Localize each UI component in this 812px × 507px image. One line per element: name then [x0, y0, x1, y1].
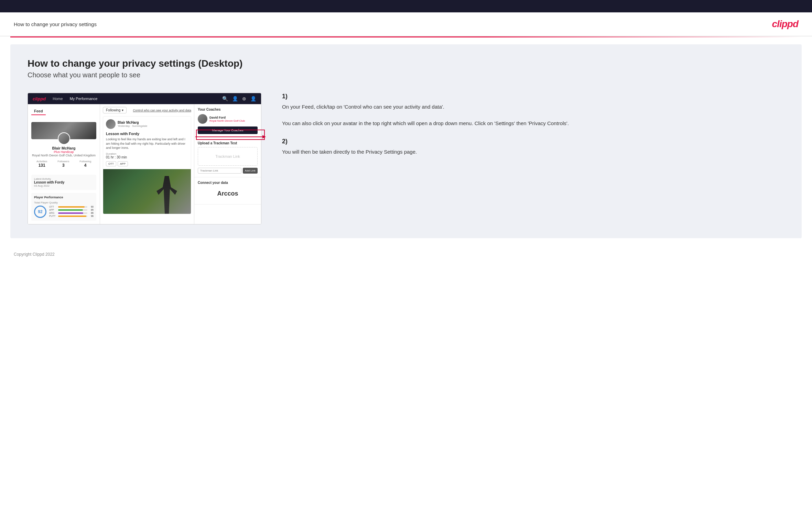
- coach-name: David Ford: [209, 116, 245, 119]
- connect-section: Connect your data Arccos: [194, 177, 261, 205]
- trackman-section: Upload a Trackman Test Trackman Link Add…: [194, 138, 261, 177]
- bar-arg: ARG 86: [49, 212, 94, 214]
- header-title: How to change your privacy settings: [14, 21, 97, 27]
- coaches-title: Your Coaches: [198, 108, 258, 111]
- post-title: Lesson with Fordy: [103, 132, 191, 136]
- coach-info: David Ford Royal North Devon Golf Club: [209, 116, 245, 122]
- bar-arg-track: [58, 212, 87, 214]
- app-nav-icons: 🔍 👤 ⊕ 👤: [222, 96, 256, 101]
- trackman-input[interactable]: [198, 168, 241, 174]
- stat-followers-value: 3: [57, 163, 69, 168]
- profile-badge: Plus Handicap: [31, 150, 96, 154]
- bar-arg-value: 86: [89, 212, 94, 214]
- post-author-info: Blair McHarg Yesterday · Sunningdale: [118, 121, 147, 128]
- golfer-silhouette: [156, 176, 177, 214]
- post-body: Looking to feel like my hands are exitin…: [103, 137, 191, 150]
- connect-title: Connect your data: [198, 181, 258, 185]
- bar-arg-label: ARG: [49, 212, 57, 214]
- add-link-button[interactable]: Add Link: [243, 168, 258, 174]
- app-screenshot: clippd Home My Performance 🔍 👤 ⊕ 👤 Feed: [28, 93, 261, 224]
- coach-row: David Ford Royal North Devon Golf Club: [198, 114, 258, 124]
- avatar-icon[interactable]: 👤: [250, 96, 256, 101]
- quality-label: Total Player Quality: [34, 201, 94, 204]
- instructions: 1) On your Feed, click/tap on 'Control w…: [275, 93, 784, 166]
- instruction-1-number: 1): [282, 93, 784, 100]
- bar-putt-value: 96: [89, 215, 94, 217]
- copyright: Copyright Clippd 2022: [14, 252, 55, 257]
- stat-activities: Activities 131: [36, 160, 47, 168]
- bar-ott-label: OTT: [49, 206, 57, 208]
- coach-avatar: [198, 114, 207, 124]
- duration-label: Duration: [106, 152, 188, 155]
- top-bar: [0, 0, 812, 12]
- instruction-1: 1) On your Feed, click/tap on 'Control w…: [282, 93, 784, 128]
- profile-stats: Activities 131 Followers 3 Following 4: [31, 160, 96, 168]
- trackman-placeholder: Trackman Link: [198, 147, 258, 166]
- chevron-down-icon: ▾: [122, 108, 123, 112]
- page-subheading: Choose what you want people to see: [28, 71, 784, 79]
- arccos-logo: Arccos: [198, 187, 258, 201]
- search-icon[interactable]: 🔍: [222, 96, 228, 101]
- stat-following-label: Following: [79, 160, 91, 163]
- instruction-2-text: You will then be taken directly to the P…: [282, 148, 784, 156]
- stat-following: Following 4: [79, 160, 91, 168]
- user-icon[interactable]: 👤: [232, 96, 238, 101]
- duration-row: Duration 01 hr : 30 min: [103, 152, 191, 159]
- profile-area: Blair McHarg Plus Handicap Royal North D…: [31, 119, 96, 171]
- tag-app: APP: [118, 161, 128, 166]
- trackman-title: Upload a Trackman Test: [198, 141, 258, 145]
- main-content: How to change your privacy settings (Des…: [10, 44, 802, 238]
- player-performance-title: Player Performance: [34, 196, 94, 199]
- app-logo: clippd: [33, 96, 46, 101]
- post-author-name: Blair McHarg: [118, 121, 147, 124]
- profile-club: Royal North Devon Golf Club, United King…: [31, 154, 96, 157]
- coaches-section: Your Coaches David Ford Royal North Devo…: [194, 104, 261, 138]
- instruction-1-text: On your Feed, click/tap on 'Control who …: [282, 103, 784, 128]
- quality-score: 92: [34, 206, 46, 218]
- profile-avatar: [58, 132, 70, 145]
- bar-putt-label: PUTT: [49, 215, 57, 217]
- manage-coaches-button[interactable]: Manage Your Coaches: [198, 126, 258, 134]
- instruction-2: 2) You will then be taken directly to th…: [282, 138, 784, 156]
- stat-activities-label: Activities: [36, 160, 47, 163]
- profile-name: Blair McHarg: [31, 146, 96, 150]
- stat-followers-label: Followers: [57, 160, 69, 163]
- add-icon[interactable]: ⊕: [242, 96, 246, 101]
- stat-activities-value: 131: [36, 163, 47, 168]
- page-heading: How to change your privacy settings (Des…: [28, 58, 784, 69]
- post-header: Blair McHarg Yesterday · Sunningdale: [103, 117, 191, 132]
- logo: clippd: [772, 19, 798, 30]
- instruction-2-number: 2): [282, 138, 784, 145]
- feed-tab[interactable]: Feed: [31, 108, 46, 115]
- bar-putt-track: [58, 216, 87, 217]
- app-nav-home[interactable]: Home: [53, 97, 63, 101]
- bar-app-value: 85: [89, 209, 94, 211]
- tag-ott: OTT: [106, 161, 116, 166]
- post-card: Blair McHarg Yesterday · Sunningdale Les…: [103, 116, 191, 214]
- coach-club: Royal North Devon Golf Club: [209, 119, 245, 122]
- content-layout: clippd Home My Performance 🔍 👤 ⊕ 👤 Feed: [28, 93, 784, 224]
- app-center: Following ▾ Control who can see your act…: [100, 104, 194, 224]
- red-separator: [10, 36, 802, 37]
- latest-activity-label: Latest Activity: [34, 177, 94, 180]
- latest-activity-date: 03 Aug 2022: [34, 184, 94, 187]
- svg-marker-1: [262, 135, 266, 139]
- following-button[interactable]: Following ▾: [103, 107, 127, 113]
- latest-activity-value: Lesson with Fordy: [34, 180, 94, 184]
- stat-following-value: 4: [79, 163, 91, 168]
- bar-putt: PUTT 96: [49, 215, 94, 217]
- app-screenshot-wrapper: clippd Home My Performance 🔍 👤 ⊕ 👤 Feed: [28, 93, 261, 224]
- trackman-input-row: Add Link: [198, 168, 258, 174]
- bar-ott-value: 90: [89, 206, 94, 208]
- latest-activity: Latest Activity Lesson with Fordy 03 Aug…: [31, 175, 96, 190]
- duration-value: 01 hr : 30 min: [106, 155, 188, 159]
- following-bar: Following ▾ Control who can see your act…: [103, 107, 191, 113]
- player-performance: Player Performance Total Player Quality …: [31, 193, 96, 221]
- app-nav: clippd Home My Performance 🔍 👤 ⊕ 👤: [28, 93, 261, 104]
- stat-followers: Followers 3: [57, 160, 69, 168]
- app-nav-performance[interactable]: My Performance: [70, 97, 98, 101]
- post-tags: OTT APP: [103, 161, 191, 169]
- control-link[interactable]: Control who can see your activity and da…: [133, 109, 191, 112]
- header: How to change your privacy settings clip…: [0, 12, 812, 36]
- bar-app: APP 85: [49, 209, 94, 211]
